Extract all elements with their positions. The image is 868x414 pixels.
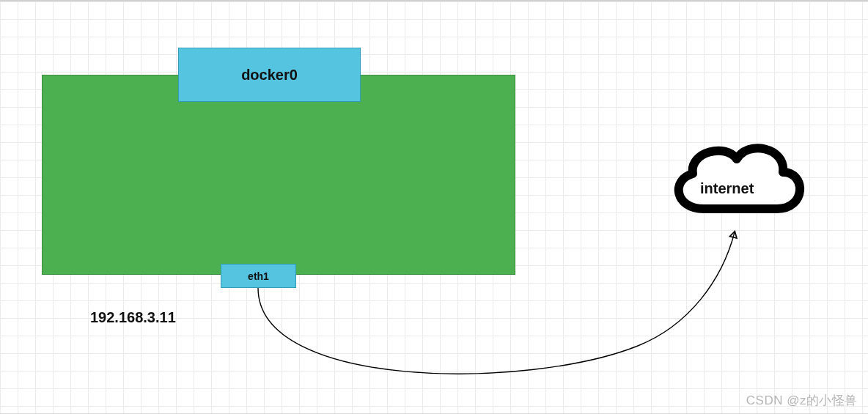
eth1-interface-box: eth1 xyxy=(221,264,296,288)
ip-address-label: 192.168.3.11 xyxy=(90,309,176,326)
diagram-canvas: docker0 eth1 192.168.3.11 internet CSDN … xyxy=(0,0,868,414)
internet-label: internet xyxy=(700,180,754,197)
eth1-label: eth1 xyxy=(248,270,269,282)
docker0-label: docker0 xyxy=(241,67,298,84)
watermark-text: CSDN @z的小怪兽 xyxy=(746,392,858,409)
internet-cloud-icon xyxy=(660,122,810,229)
docker0-interface-box: docker0 xyxy=(178,48,361,102)
host-box xyxy=(42,75,515,275)
